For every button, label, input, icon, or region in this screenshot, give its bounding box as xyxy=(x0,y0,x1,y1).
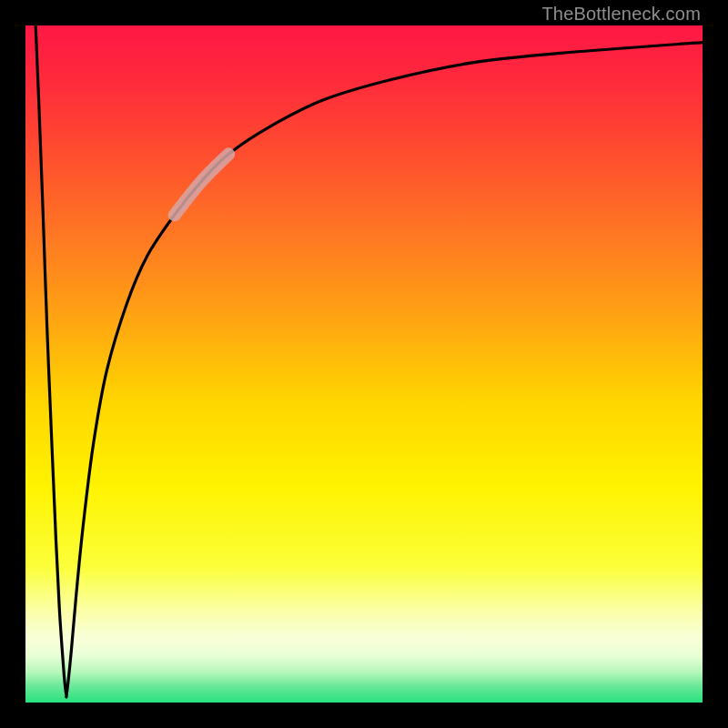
plot-area xyxy=(25,25,703,703)
chart-frame: TheBottleneck.com xyxy=(0,0,728,728)
bottleneck-curve xyxy=(25,25,703,703)
watermark-text: TheBottleneck.com xyxy=(541,4,701,25)
